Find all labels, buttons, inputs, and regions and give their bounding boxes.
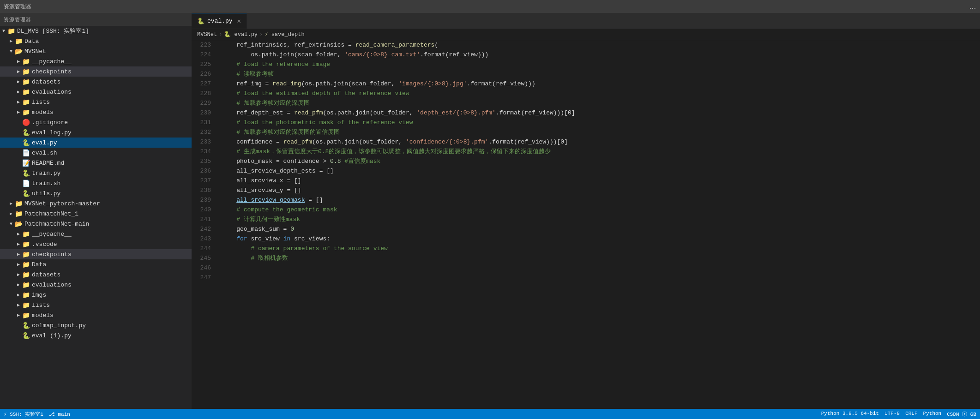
tree-item-patchmatch_main[interactable]: ▼📂PatchmatchNet-main xyxy=(0,219,192,229)
line-number-239: 239 xyxy=(199,195,211,205)
item-label: lists xyxy=(32,302,50,309)
code-token: for xyxy=(236,235,247,242)
tree-arrow: ▶ xyxy=(15,251,22,257)
line-number-246: 246 xyxy=(199,263,211,273)
code-token: # 生成mask，保留置信度大于0.8的深度值，该参数可以调整，阈值越大对深度图… xyxy=(222,148,551,155)
tree-item-data1[interactable]: ▶📁Data xyxy=(0,36,192,46)
line-number-243: 243 xyxy=(199,234,211,244)
item-label: evaluations xyxy=(32,89,72,96)
tab-label: eval.py xyxy=(207,18,233,24)
line-number-247: 247 xyxy=(199,273,211,282)
tree-item-data2[interactable]: ▶📁Data xyxy=(0,259,192,269)
tree-item-vscode[interactable]: ▶📁.vscode xyxy=(0,239,192,249)
code-token: #置信度mask xyxy=(341,158,380,165)
tree-item-evaluations2[interactable]: ▶📁evaluations xyxy=(0,280,192,290)
tree-arrow: ▶ xyxy=(15,109,22,115)
item-icon: 📝 xyxy=(22,159,30,167)
line-number-223: 223 xyxy=(199,40,211,50)
tree-item-datasets2[interactable]: ▶📁datasets xyxy=(0,269,192,280)
code-token: read_pfm xyxy=(283,138,312,145)
line-number-228: 228 xyxy=(199,89,211,98)
item-label: models xyxy=(32,109,54,116)
tree-arrow: ▶ xyxy=(15,272,22,277)
item-icon: 🐍 xyxy=(22,190,30,198)
item-label: PatchmatchNet_1 xyxy=(24,210,78,217)
code-token: photo_mask = confidence > xyxy=(222,158,330,165)
tree-item-utils[interactable]: 🐍utils.py xyxy=(0,188,192,198)
tree-item-evallog[interactable]: 🐍eval_log.py xyxy=(0,127,192,138)
status-python: Python 3.8.0 64-bit xyxy=(821,411,879,418)
tree-item-evalpy[interactable]: 🐍eval.py xyxy=(0,138,192,148)
tree-item-mvsnet[interactable]: ▼📂MVSNet xyxy=(0,46,192,56)
item-icon: 📁 xyxy=(22,240,30,248)
code-line-247: # 取相机参数 xyxy=(222,253,980,263)
breadcrumb-eval: 🐍 eval.py xyxy=(224,31,258,38)
title-bar: 资源管理器 … xyxy=(0,0,980,13)
tab-close-button[interactable]: ✕ xyxy=(237,17,241,25)
tree-item-gitignore1[interactable]: 🔴.gitignore xyxy=(0,117,192,127)
item-label: MVSNet_pytorch-master xyxy=(24,200,100,207)
code-line-232: # 加载参考帧对应的深度图的置信度图 xyxy=(222,127,980,137)
tree-item-lists1[interactable]: ▶📁lists xyxy=(0,97,192,107)
line-number-230: 230 xyxy=(199,108,211,118)
status-bar: ⚡ SSH: 实验室1 ⎇ main Python 3.8.0 64-bit U… xyxy=(0,409,980,419)
code-line-224: os.path.join(scan_folder, 'cams/{:0>8}_c… xyxy=(222,50,980,60)
code-token: src_view xyxy=(247,235,283,242)
line-number-226: 226 xyxy=(199,69,211,79)
code-token: ref_intrinsics, ref_extrinsics = xyxy=(222,42,355,48)
code-area: 2232242252262272282292302312322332342352… xyxy=(192,40,980,409)
tree-item-trainpy[interactable]: 🐍train.py xyxy=(0,168,192,178)
line-number-233: 233 xyxy=(199,137,211,147)
tree-item-pycache1[interactable]: ▶📁__pycache__ xyxy=(0,56,192,66)
code-line-239: all_srcview_y = [] xyxy=(222,186,980,195)
line-number-229: 229 xyxy=(199,98,211,108)
tree-item-mvsnet_pytorch[interactable]: ▶📁MVSNet_pytorch-master xyxy=(0,198,192,209)
item-label: imgs xyxy=(32,292,46,299)
tree-item-checkpoints2[interactable]: ▶📁checkpoints xyxy=(0,249,192,259)
tree-item-datasets1[interactable]: ▶📁datasets xyxy=(0,77,192,87)
tree-item-imgs[interactable]: ▶📁imgs xyxy=(0,290,192,300)
item-icon: 📂 xyxy=(15,220,23,228)
tree-item-evalsh[interactable]: 📄eval.sh xyxy=(0,148,192,158)
tree-item-models1[interactable]: ▶📁models xyxy=(0,107,192,117)
code-token: .format(ref_view)))[0] xyxy=(496,109,575,116)
code-line-229: # 加载参考帧对应的深度图 xyxy=(222,98,980,108)
tree-item-eval1[interactable]: 🐍eval (1).py xyxy=(0,330,192,341)
code-token: all_srcview_geomask xyxy=(236,197,305,204)
code-token: 0 xyxy=(290,226,294,233)
tree-arrow: ▶ xyxy=(15,79,22,84)
title-more[interactable]: … xyxy=(969,3,976,10)
tree-item-trainsh[interactable]: 📄train.sh xyxy=(0,178,192,188)
code-token xyxy=(222,197,236,204)
code-token: .format(ref_view)))[0] xyxy=(488,138,568,145)
code-token: # 加载参考帧对应的深度图 xyxy=(222,100,310,107)
tree-arrow: ▶ xyxy=(15,312,22,318)
tree-item-checkpoints1[interactable]: ▶📁checkpoints xyxy=(0,66,192,77)
tree-arrow: ▶ xyxy=(15,231,22,237)
tab-eval-py[interactable]: 🐍 eval.py ✕ xyxy=(192,13,247,29)
item-icon: 📁 xyxy=(22,311,30,319)
code-token: .format(ref_view))) xyxy=(420,51,488,58)
more-button[interactable]: … xyxy=(969,3,976,10)
line-number-236: 236 xyxy=(199,166,211,176)
code-line-231: # load the photometric mask of the refer… xyxy=(222,118,980,127)
code-content[interactable]: ref_intrinsics, ref_extrinsics = read_ca… xyxy=(215,40,980,409)
tree-item-pycache2[interactable]: ▶📁__pycache__ xyxy=(0,229,192,239)
status-eol: CRLF xyxy=(905,411,917,418)
item-icon: 📁 xyxy=(22,230,30,238)
line-number-224: 224 xyxy=(199,50,211,60)
code-line-225: # load the reference image xyxy=(222,60,980,69)
code-token: (os.path.join(out_folder, xyxy=(312,138,406,145)
tree-item-readme[interactable]: 📝README.md xyxy=(0,158,192,168)
tree-arrow: ▶ xyxy=(15,59,22,64)
code-token: 'images/{:0>8}.jpg' xyxy=(398,80,467,87)
item-label: eval (1).py xyxy=(32,332,72,339)
tree-item-evaluations1[interactable]: ▶📁evaluations xyxy=(0,87,192,97)
code-line-234: # 生成mask，保留置信度大于0.8的深度值，该参数可以调整，阈值越大对深度图… xyxy=(222,147,980,156)
tree-item-dl_mvs[interactable]: ▼📁DL_MVS [SSH: 实验室1] xyxy=(0,26,192,36)
tree-item-colmap[interactable]: 🐍colmap_input.py xyxy=(0,320,192,330)
tree-item-patchmatch1[interactable]: ▶📁PatchmatchNet_1 xyxy=(0,209,192,219)
tree-item-models2[interactable]: ▶📁models xyxy=(0,310,192,320)
tree-item-lists2[interactable]: ▶📁lists xyxy=(0,300,192,310)
status-branch: ⎇ main xyxy=(49,411,70,417)
